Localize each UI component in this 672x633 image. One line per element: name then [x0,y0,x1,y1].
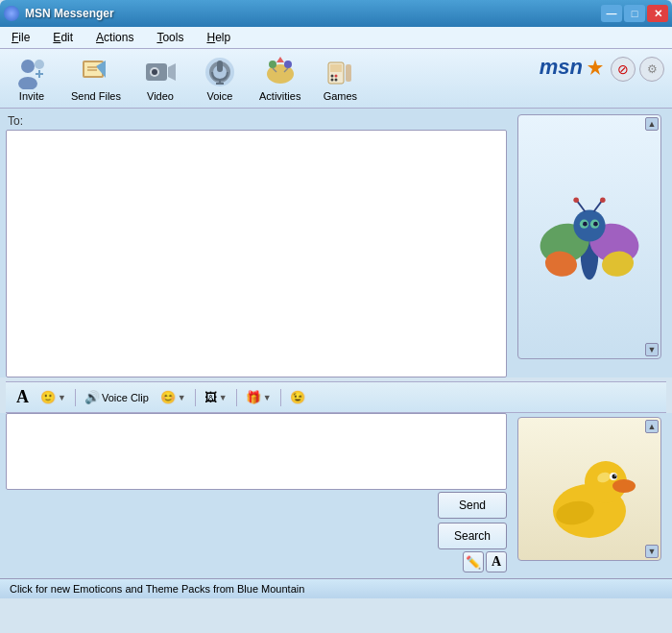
games-label: Games [324,90,357,102]
bottom-area: Send Search ✏️ A ▲ [0,413,672,578]
svg-point-23 [284,61,292,68]
emoticon-dropdown[interactable]: ▼ [58,393,66,402]
svg-point-28 [331,75,334,78]
svg-point-1 [18,77,37,89]
video-label: Video [147,90,174,102]
search-button[interactable]: Search [438,523,507,549]
handwriting-icon: ✏️ [466,555,481,570]
svg-point-38 [573,209,605,241]
svg-point-41 [583,221,588,226]
window-controls: — □ ✕ [601,5,668,22]
svg-point-2 [35,60,44,69]
close-button[interactable]: ✕ [647,5,668,22]
settings-button[interactable]: ⚙ [639,57,664,82]
status-text: Click for new Emoticons and Theme Packs … [10,583,304,595]
send-files-icon [79,55,113,89]
input-area: Send Search ✏️ A [6,413,507,572]
my-avatar-scroll-down[interactable]: ▼ [645,545,659,558]
avatar-scroll-down[interactable]: ▼ [645,343,659,356]
block-button[interactable]: ⊘ [611,57,636,82]
toolbar-separator-2 [195,389,196,406]
svg-rect-27 [330,64,342,72]
my-avatar-scroll-up[interactable]: ▲ [645,420,659,433]
svg-point-42 [593,221,598,226]
chat-area: To: [6,114,507,377]
message-input[interactable] [6,413,507,490]
emoticon-icon: 🙂 [40,390,56,404]
voice-clip-icon: 🔊 [84,390,100,404]
buddy-avatar: ▲ [517,114,661,359]
games-button[interactable]: Games [316,53,364,104]
input-toolbar: A 🙂 ▼ 🔊 Voice Clip 😊 ▼ 🖼 ▼ 🎁 ▼ 😉 [6,381,666,413]
menu-bar: File Edit Actions Tools Help [0,27,672,49]
svg-point-29 [335,75,338,78]
input-buttons: Send Search [6,492,507,549]
avatar-scroll-up[interactable]: ▲ [645,117,659,131]
menu-file[interactable]: File [6,29,36,46]
gift-button[interactable]: 🎁 ▼ [243,389,275,405]
games-icon [323,55,357,89]
gift-icon: 🎁 [246,390,261,404]
svg-point-49 [612,479,636,493]
menu-edit[interactable]: Edit [47,29,79,46]
app-icon [4,6,19,21]
emoticon2-dropdown[interactable]: ▼ [178,393,186,402]
invite-button[interactable]: Invite [8,53,56,104]
menu-actions[interactable]: Actions [90,29,139,46]
title-bar: MSN Messenger — □ ✕ [0,0,672,27]
maximize-button[interactable]: □ [624,5,645,22]
activities-icon [263,55,298,89]
image-dropdown[interactable]: ▼ [219,393,228,402]
menu-help[interactable]: Help [201,29,236,46]
toolbar-separator-1 [75,389,76,406]
toolbar-separator-3 [236,389,237,406]
my-avatar-panel: ▲ ▼ [513,413,666,572]
toolbar: Invite Send Files Video [0,49,672,109]
send-files-button[interactable]: Send Files [67,53,125,104]
minimize-button[interactable]: — [601,5,622,22]
voice-clip-label: Voice Clip [102,392,149,403]
bottom-icons-row: ✏️ A [6,551,507,572]
invite-label: Invite [19,90,44,102]
video-icon [143,55,178,89]
msn-logo: msn [540,55,605,80]
voice-button[interactable]: Voice [196,53,244,104]
svg-line-45 [594,201,602,211]
font-icon: A [16,387,29,407]
voice-icon [203,55,237,89]
gift-dropdown[interactable]: ▼ [263,393,272,402]
video-button[interactable]: Video [136,53,184,104]
toolbar-right-icons: ⊘ ⚙ [611,57,664,82]
font-button[interactable]: A [13,386,32,408]
svg-rect-17 [217,61,223,72]
svg-point-46 [600,197,606,203]
title-bar-left: MSN Messenger [4,6,114,21]
svg-point-22 [269,61,276,68]
image-insert-button[interactable]: 🖼 ▼ [202,389,230,405]
svg-point-51 [612,475,617,479]
my-avatar: ▲ ▼ [517,417,661,561]
menu-tools[interactable]: Tools [151,29,189,46]
wink-button[interactable]: 😉 [287,389,308,405]
wink-icon: 😉 [290,390,305,404]
emoticon-button[interactable]: 🙂 ▼ [37,389,69,405]
svg-point-52 [614,475,616,476]
invite-icon [14,55,49,89]
svg-point-44 [573,197,579,203]
svg-marker-11 [168,63,176,81]
font-change-button[interactable]: A [486,551,507,572]
handwriting-button[interactable]: ✏️ [463,551,484,572]
window-title: MSN Messenger [25,7,114,20]
main-content: To: ▲ [0,109,672,377]
svg-rect-32 [346,64,351,82]
status-bar: Click for new Emoticons and Theme Packs … [0,578,672,598]
svg-point-13 [152,69,157,75]
emoticon2-button[interactable]: 😊 ▼ [157,389,189,405]
svg-point-30 [331,79,334,82]
svg-line-43 [577,201,585,211]
voice-clip-button[interactable]: 🔊 Voice Clip [82,389,152,405]
font-change-icon: A [492,554,501,570]
send-button[interactable]: Send [438,492,507,519]
avatar-panel: ▲ [513,114,666,377]
activities-button[interactable]: Activities [255,53,304,104]
